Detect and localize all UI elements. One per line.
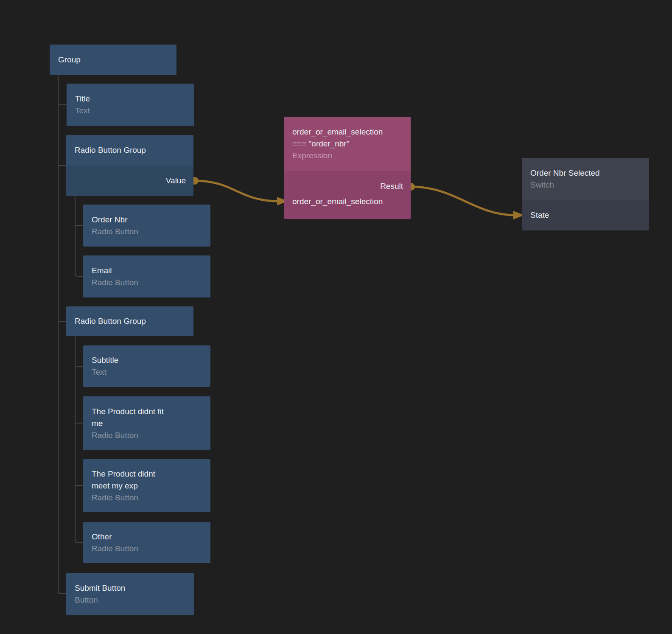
node-email-title: Email <box>92 265 202 277</box>
node-other-title: Other <box>92 531 202 543</box>
port-state-input[interactable]: State <box>522 208 649 223</box>
wire-value-to-expression[interactable] <box>195 181 278 201</box>
node-product-didnt-fit-type: Radio Button <box>92 429 202 441</box>
node-order-nbr-selected[interactable]: Order Nbr Selected Switch State <box>522 158 649 230</box>
port-value-label: Value <box>166 175 186 187</box>
node-order-nbr-title: Order Nbr <box>92 214 202 226</box>
tree-connector-level2b <box>75 336 83 543</box>
node-submit-button[interactable]: Submit Button Button <box>66 573 194 615</box>
node-subtitle-text-type: Text <box>92 366 202 378</box>
node-expression[interactable]: order_or_email_selection === "order_nbr"… <box>284 117 411 219</box>
node-radio-button-group-1-title: Radio Button Group <box>75 144 185 156</box>
node-other[interactable]: Other Radio Button <box>83 522 210 563</box>
port-result-output[interactable]: Result <box>284 179 411 194</box>
node-submit-button-title: Submit Button <box>75 582 185 594</box>
node-product-didnt-fit[interactable]: The Product didnt fit me Radio Button <box>83 396 210 450</box>
port-value-output[interactable]: Value <box>66 173 193 188</box>
node-product-didnt-meet-exp-type: Radio Button <box>92 492 202 504</box>
node-title-text-title: Title <box>75 93 185 105</box>
port-state-label: State <box>530 209 549 221</box>
node-title-text-type: Text <box>75 105 185 117</box>
node-product-didnt-meet-exp-title: The Product didnt meet my exp <box>92 468 202 492</box>
port-expression-input-label: order_or_email_selection <box>292 196 383 208</box>
node-expression-title: order_or_email_selection === "order_nbr" <box>292 126 402 150</box>
node-product-didnt-meet-exp[interactable]: The Product didnt meet my exp Radio Butt… <box>83 459 210 512</box>
node-subtitle-text-title: Subtitle <box>92 354 202 366</box>
node-order-nbr-type: Radio Button <box>92 226 202 238</box>
node-group[interactable]: Group <box>50 45 176 75</box>
node-order-nbr-selected-title: Order Nbr Selected <box>530 167 641 179</box>
node-radio-button-group-2[interactable]: Radio Button Group <box>66 306 193 336</box>
node-order-nbr-selected-type: Switch <box>530 179 641 191</box>
node-other-type: Radio Button <box>92 543 202 555</box>
node-email-type: Radio Button <box>92 277 202 289</box>
wire-result-to-state[interactable] <box>412 187 515 215</box>
flow-canvas[interactable]: Group Title Text Radio Button Group Valu… <box>0 0 672 634</box>
node-subtitle-text[interactable]: Subtitle Text <box>83 345 210 387</box>
node-product-didnt-fit-title: The Product didnt fit me <box>92 406 202 429</box>
node-title-text[interactable]: Title Text <box>67 84 194 126</box>
node-group-title: Group <box>58 54 168 66</box>
node-radio-button-group-2-title: Radio Button Group <box>75 315 185 327</box>
node-expression-type: Expression <box>292 150 402 162</box>
node-email[interactable]: Email Radio Button <box>83 255 210 297</box>
port-result-label: Result <box>380 180 403 192</box>
node-submit-button-type: Button <box>75 594 185 606</box>
tree-connector-level2a <box>75 196 83 276</box>
node-radio-button-group-1[interactable]: Radio Button Group Value <box>66 135 193 196</box>
port-expression-input[interactable]: order_or_email_selection <box>284 194 411 209</box>
tree-connector-level1 <box>58 75 66 594</box>
node-order-nbr[interactable]: Order Nbr Radio Button <box>83 205 210 247</box>
